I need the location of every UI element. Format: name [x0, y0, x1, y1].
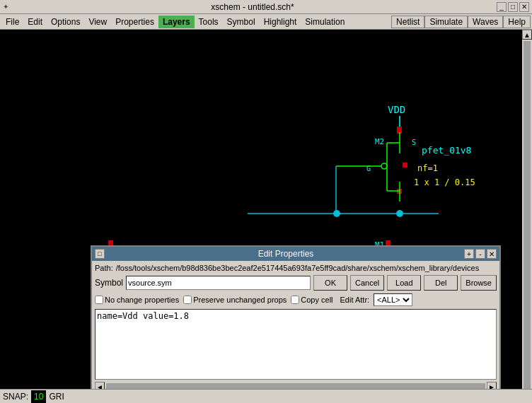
close-button[interactable]: ✕ [519, 2, 529, 12]
svg-rect-25 [386, 240, 391, 245]
window-title: xschem - untitled.sch* [8, 2, 497, 12]
window-controls: _ □ ✕ [497, 2, 529, 12]
menu-right-group: Netlist Simulate Waves Help [391, 16, 531, 28]
path-row: Path: /foss/tools/xschem/b98d836be3bec2e… [95, 264, 497, 272]
del-button[interactable]: Del [424, 275, 458, 291]
dialog-title-bar: □ Edit Properties + - ✕ [92, 247, 499, 261]
load-button[interactable]: Load [387, 275, 421, 291]
vdd-label: VDD [388, 104, 405, 115]
symbol-row: Symbol OK Cancel Load Del Browse [95, 275, 497, 291]
edit-attr-label: Edit Attr: [340, 296, 370, 304]
symbol-label: Symbol [95, 278, 123, 288]
scrollbar-track[interactable] [524, 41, 531, 392]
maximize-button[interactable]: □ [508, 2, 518, 12]
properties-textarea[interactable]: name=Vdd value=1.8 [95, 309, 497, 380]
menu-file[interactable]: File [1, 16, 23, 28]
preserve-option[interactable]: Preserve unchanged props [183, 296, 287, 304]
no-change-label: No change properties [105, 296, 179, 304]
menu-tools[interactable]: Tools [195, 16, 223, 28]
dialog-window-controls: + - ✕ [464, 249, 497, 259]
grid-label: GRI [46, 392, 66, 402]
dialog-minimize-button[interactable]: - [475, 249, 485, 259]
svg-text:nf=1: nf=1 [417, 163, 438, 173]
canvas-area[interactable]: VDD M2 S pfet_01v8 G nf=1 1 x 1 / 0.15 [0, 30, 532, 403]
edit-properties-dialog: □ Edit Properties + - ✕ Path: /foss/tool… [91, 245, 501, 396]
copy-cell-label: Copy cell [301, 296, 332, 304]
right-scrollbar[interactable]: ▲ ▼ [522, 30, 532, 403]
menu-properties[interactable]: Properties [111, 16, 158, 28]
cancel-button[interactable]: Cancel [350, 275, 384, 291]
menu-simulate[interactable]: Simulate [424, 16, 468, 28]
dialog-icon: □ [95, 249, 105, 259]
ok-button[interactable]: OK [313, 275, 347, 291]
menu-symbol[interactable]: Symbol [223, 16, 260, 28]
scrollbar-up-button[interactable]: ▲ [522, 30, 532, 40]
preserve-checkbox[interactable] [183, 296, 192, 304]
svg-text:M2: M2 [375, 137, 384, 146]
dialog-expand-button[interactable]: + [464, 249, 474, 259]
preserve-label: Preserve unchanged props [193, 296, 287, 304]
menu-options[interactable]: Options [47, 16, 84, 28]
menu-view[interactable]: View [84, 16, 111, 28]
menu-edit[interactable]: Edit [23, 16, 47, 28]
path-label: Path: [95, 264, 113, 272]
no-change-option[interactable]: No change properties [95, 296, 179, 304]
browse-button[interactable]: Browse [461, 275, 497, 291]
menu-waves[interactable]: Waves [468, 16, 503, 28]
status-bar: SNAP: 10 GRI [0, 389, 532, 403]
dialog-close-button[interactable]: ✕ [487, 249, 497, 259]
svg-rect-18 [403, 163, 407, 168]
menu-netlist[interactable]: Netlist [391, 16, 424, 28]
symbol-input[interactable] [126, 276, 311, 290]
menu-layers[interactable]: Layers [158, 16, 195, 28]
snap-value: 10 [31, 390, 46, 403]
svg-text:S: S [412, 139, 416, 146]
dialog-content: Path: /foss/tools/xschem/b98d836be3bec2e… [92, 261, 499, 395]
options-row: No change properties Preserve unchanged … [95, 293, 497, 306]
menu-bar: File Edit Options View Properties Layers… [0, 14, 532, 30]
svg-rect-0 [0, 30, 532, 256]
copy-cell-checkbox[interactable] [291, 296, 299, 304]
snap-label: SNAP: [0, 392, 31, 402]
menu-highlight[interactable]: Highlight [260, 16, 301, 28]
path-value: /foss/tools/xschem/b98d836be3bec2eaf2e51… [116, 264, 497, 272]
svg-text:pfet_01v8: pfet_01v8 [422, 145, 471, 156]
menu-simulation[interactable]: Simulation [301, 16, 349, 28]
title-bar: ✦ xschem - untitled.sch* _ □ ✕ [0, 0, 532, 14]
menu-help[interactable]: Help [503, 16, 531, 28]
minimize-button[interactable]: _ [497, 2, 507, 12]
app-icon: ✦ [3, 3, 8, 11]
edit-attr-select[interactable]: <ALL> [374, 293, 412, 306]
copy-cell-option[interactable]: Copy cell [291, 296, 332, 304]
svg-text:1 x 1 / 0.15: 1 x 1 / 0.15 [414, 177, 475, 187]
schematic-view: VDD M2 S pfet_01v8 G nf=1 1 x 1 / 0.15 [0, 30, 532, 256]
no-change-checkbox[interactable] [95, 296, 103, 304]
dialog-title: Edit Properties [108, 249, 464, 259]
svg-rect-26 [108, 240, 113, 245]
